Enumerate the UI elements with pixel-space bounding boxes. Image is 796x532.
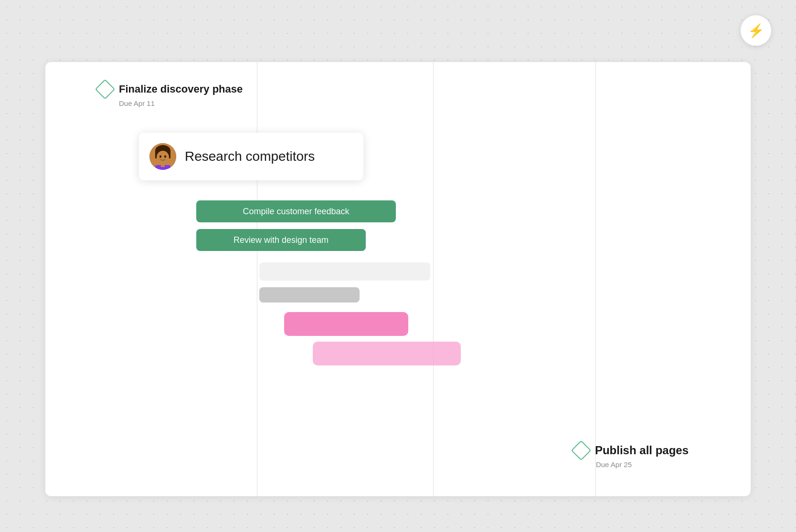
milestone-finalize-due: Due Apr 11 — [119, 99, 243, 107]
avatar-svg — [149, 143, 176, 170]
svg-point-3 — [157, 151, 169, 164]
milestone-finalize-title: Finalize discovery phase — [119, 83, 243, 95]
research-title: Research competitors — [185, 149, 315, 164]
main-gantt-card: Finalize discovery phase Due Apr 11 — [45, 62, 751, 496]
milestone-publish: Publish all pages Due Apr 25 — [574, 443, 689, 469]
grid-line-2 — [433, 62, 434, 496]
review-bar-label: Review with design team — [233, 235, 329, 245]
compile-bar-label: Compile customer feedback — [243, 207, 349, 217]
milestone-diamond-left — [95, 79, 115, 99]
milestone-publish-header: Publish all pages — [574, 443, 689, 458]
review-bar[interactable]: Review with design team — [196, 229, 366, 251]
svg-point-4 — [159, 156, 161, 158]
svg-rect-7 — [161, 163, 165, 167]
lightning-button[interactable]: ⚡ — [741, 15, 771, 46]
milestone-finalize: Finalize discovery phase Due Apr 11 — [98, 82, 243, 107]
compile-bar[interactable]: Compile customer feedback — [196, 200, 396, 222]
milestone-publish-due: Due Apr 25 — [596, 460, 689, 469]
placeholder-bar-pink1 — [284, 312, 408, 336]
placeholder-bar-white — [259, 262, 430, 281]
milestone-finalize-header: Finalize discovery phase — [98, 82, 243, 96]
placeholder-bar-pink2 — [313, 342, 461, 365]
avatar — [149, 143, 176, 170]
grid-line-3 — [595, 62, 596, 496]
svg-point-5 — [164, 156, 166, 158]
milestone-publish-title: Publish all pages — [595, 444, 689, 457]
milestone-diamond-right — [571, 440, 591, 460]
lightning-icon: ⚡ — [748, 23, 764, 39]
placeholder-bar-gray — [259, 287, 360, 303]
grid-line-1 — [257, 62, 257, 496]
research-card[interactable]: Research competitors — [139, 133, 363, 180]
